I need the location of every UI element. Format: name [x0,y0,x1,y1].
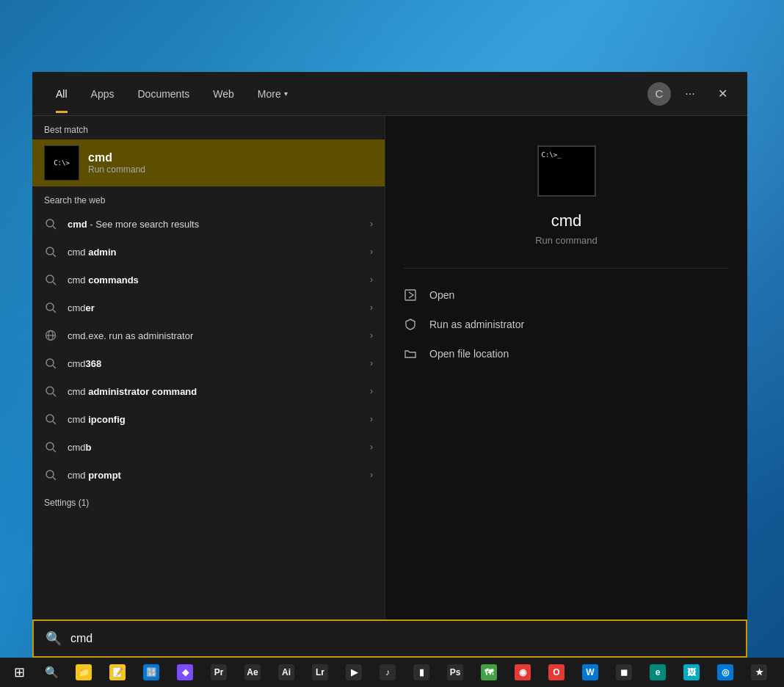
svg-line-7 [53,310,56,313]
tab-apps[interactable]: Apps [79,75,126,113]
action-open[interactable]: Open [385,280,747,310]
svg-point-17 [46,443,54,450]
taskbar-icon-word[interactable]: W [574,658,606,687]
result-item[interactable]: cmd - See more search results› [32,210,385,238]
svg-point-11 [46,359,54,366]
more-options-button[interactable]: ··· [677,81,703,107]
result-item[interactable]: cmd admin› [32,238,385,266]
user-avatar[interactable]: C [647,82,671,106]
taskbar-icon-aftereffects[interactable]: Ae [236,658,269,687]
taskbar-icon-lightroom[interactable]: Lr [304,658,336,687]
search-bar: 🔍 cmd [32,619,747,658]
taskbar-icon-app14[interactable]: ◉ [507,658,539,687]
left-panel: Best match C:\> cmd Run command Search t… [32,116,385,622]
close-button[interactable]: ✕ [709,81,736,107]
svg-point-15 [46,415,54,422]
result-item[interactable]: cmd prompt› [32,461,385,489]
svg-line-18 [53,449,56,452]
start-button[interactable]: ⊞ [3,658,35,687]
svg-line-12 [53,366,56,368]
start-menu: All Apps Documents Web More C ··· ✕ Best… [32,72,747,622]
svg-point-13 [46,387,54,394]
cmd-icon: C:\> [44,145,79,181]
svg-line-5 [53,282,56,285]
taskbar-icons: 📁📝🔢◆PrAeAiLr▶♪▮Ps🗺◉OW◼e🖼◎★ [68,658,775,687]
action-label: Run as administrator [429,319,524,330]
search-bar-icon: 🔍 [46,630,62,647]
tab-documents[interactable]: Documents [126,75,201,113]
svg-line-20 [53,477,56,480]
action-folder[interactable]: Open file location [385,339,747,368]
svg-line-14 [53,393,56,396]
actions-container: OpenRun as administratorOpen file locati… [385,280,747,368]
svg-line-16 [53,421,56,424]
taskbar-icon-notes[interactable]: 📝 [101,658,134,687]
best-match-title: cmd [88,151,145,164]
taskbar-icon-sidebar[interactable]: ▮ [405,658,438,687]
result-item[interactable]: cmd commands› [32,266,385,294]
action-shield[interactable]: Run as administrator [385,310,747,339]
taskbar-icon-file-explorer[interactable]: 📁 [68,658,100,687]
taskbar-icon-app21[interactable]: ★ [743,658,775,687]
svg-point-4 [46,275,54,283]
search-bar-input[interactable]: cmd [70,632,734,645]
taskbar-icon-maps[interactable]: 🗺 [473,658,505,687]
main-content: Best match C:\> cmd Run command Search t… [32,116,747,622]
taskbar-icon-premiere[interactable]: Pr [203,658,235,687]
svg-line-3 [53,254,56,257]
app-panel-subtitle: Run command [535,235,598,246]
result-item[interactable]: cmd368› [32,349,385,377]
taskbar: ⊞ 🔍 📁📝🔢◆PrAeAiLr▶♪▮Ps🗺◉OW◼e🖼◎★ [0,658,784,687]
result-item[interactable]: cmd.exe. run as administrator› [32,321,385,349]
best-match-subtitle: Run command [88,164,145,175]
tab-actions: C ··· ✕ [647,81,736,107]
right-panel: C:\>_ cmd Run command OpenRun as adminis… [385,116,747,622]
svg-point-6 [46,303,54,310]
action-label: Open [429,289,454,301]
taskbar-icon-edge[interactable]: e [642,658,674,687]
svg-point-0 [46,219,54,227]
best-match-label: Best match [32,116,385,139]
action-label: Open file location [429,348,509,360]
svg-point-19 [46,470,54,478]
result-item[interactable]: cmder› [32,294,385,321]
svg-line-1 [53,226,56,229]
taskbar-icon-media[interactable]: ▶ [338,658,370,687]
svg-point-2 [46,247,54,255]
app-panel-title: cmd [551,211,582,230]
taskbar-icon-calculator[interactable]: 🔢 [135,658,167,687]
taskbar-icon-tiktok[interactable]: ♪ [371,658,404,687]
taskbar-icon-browser2[interactable]: ◎ [709,658,741,687]
tabs-bar: All Apps Documents Web More C ··· ✕ [32,72,747,116]
result-item[interactable]: cmdb› [32,433,385,461]
panel-divider [404,268,730,269]
results-container: cmd - See more search results›cmd admin›… [32,210,385,489]
tab-web[interactable]: Web [201,75,246,113]
search-button[interactable]: 🔍 [35,658,68,687]
taskbar-icon-photos[interactable]: 🖼 [675,658,708,687]
web-search-label: Search the web [32,186,385,210]
taskbar-icon-app4[interactable]: ◆ [169,658,201,687]
app-preview-icon: C:\>_ [537,145,596,197]
best-match-item[interactable]: C:\> cmd Run command [32,139,385,186]
best-match-text: cmd Run command [88,151,145,175]
taskbar-icon-app17[interactable]: ◼ [608,658,640,687]
tab-all[interactable]: All [44,75,79,113]
result-item[interactable]: cmd ipconfig› [32,405,385,433]
settings-label: Settings (1) [32,489,385,512]
tab-more[interactable]: More [246,75,300,113]
taskbar-icon-illustrator[interactable]: Ai [270,658,302,687]
result-item[interactable]: cmd administrator command› [32,377,385,405]
taskbar-icon-photoshop[interactable]: Ps [439,658,471,687]
taskbar-icon-opera[interactable]: O [540,658,573,687]
